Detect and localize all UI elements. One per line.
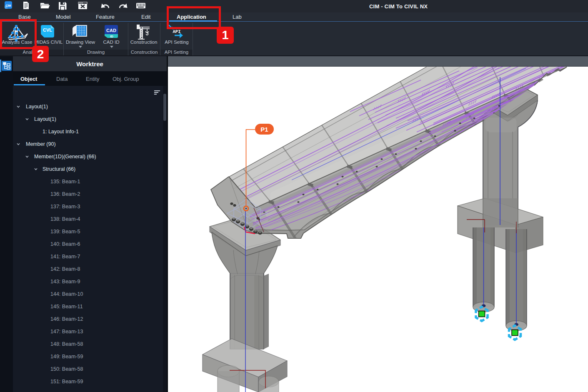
svg-text:CVL: CVL <box>43 27 52 32</box>
svg-text:ID: ID <box>110 35 113 38</box>
svg-text:CAD: CAD <box>106 28 116 33</box>
svg-text:CIM: CIM <box>6 4 11 7</box>
svg-text:P1: P1 <box>260 126 268 133</box>
svg-text:API: API <box>173 29 181 34</box>
